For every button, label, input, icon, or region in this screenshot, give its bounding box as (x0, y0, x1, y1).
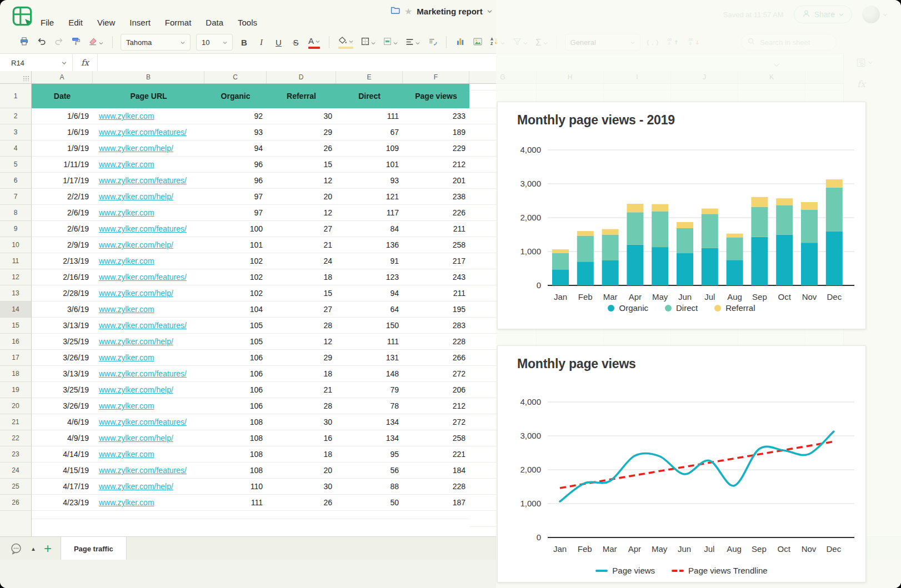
cell-d11[interactable]: 24 (267, 253, 336, 269)
cell-d14[interactable]: 27 (267, 301, 336, 317)
name-box[interactable]: R14 (0, 54, 72, 72)
cell-f20[interactable]: 212 (403, 398, 469, 414)
row-header-16[interactable]: 16 (0, 334, 32, 350)
cell-b2[interactable]: www.zylker.com (93, 108, 204, 124)
cell-a3[interactable]: 1/6/19 (32, 124, 93, 140)
cell-a8[interactable]: 2/6/19 (32, 205, 93, 220)
cell-a18[interactable]: 3/13/19 (32, 366, 93, 381)
add-sheet-button[interactable]: + (44, 542, 52, 555)
cell-b5[interactable]: www.zylker.com (93, 157, 204, 172)
cell-e9[interactable]: 84 (336, 221, 403, 237)
document-title[interactable]: Marketing report (417, 7, 482, 16)
page-url-link[interactable]: www.zylker.com/features/ (99, 128, 187, 137)
cell-c16[interactable]: 105 (204, 334, 267, 349)
column-header-i[interactable]: I (604, 71, 671, 83)
table-row[interactable]: 3/26/19www.zylker.com10629131266 (32, 350, 469, 366)
cell-f24[interactable]: 184 (403, 463, 469, 478)
column-header-b[interactable]: B (93, 71, 204, 83)
formula-panel-icon[interactable]: fx (857, 79, 865, 89)
align-icon[interactable] (402, 34, 423, 50)
filter-dropdown-icon[interactable] (523, 38, 528, 47)
table-row[interactable]: 3/25/19www.zylker.com/help/10512111228 (32, 334, 469, 350)
increase-decimal-icon[interactable]: .00.0 (663, 34, 683, 50)
cell-e23[interactable]: 95 (336, 446, 403, 462)
table-row[interactable]: 1/6/19www.zylker.com/features/932967189 (32, 124, 469, 140)
cell-f4[interactable]: 229 (403, 140, 469, 156)
cell-a10[interactable]: 2/9/19 (32, 237, 93, 253)
empty-grid-rows[interactable] (32, 511, 469, 536)
row-header-4[interactable]: 4 (0, 140, 32, 157)
eraser-dropdown-icon[interactable] (99, 38, 103, 47)
page-url-link[interactable]: www.zylker.com (99, 208, 154, 217)
cell-b21[interactable]: www.zylker.com/features/ (93, 414, 204, 430)
row-header-7[interactable]: 7 (0, 189, 32, 205)
cell-e15[interactable]: 150 (336, 318, 403, 333)
table-row[interactable]: 2/2/19www.zylker.com/help/9720121238 (32, 189, 469, 205)
cell-d10[interactable]: 21 (267, 237, 336, 253)
menu-tools[interactable]: Tools (231, 16, 264, 29)
decrease-decimal-icon[interactable]: .00.0 (684, 34, 704, 50)
row-header-2[interactable]: 2 (0, 108, 32, 124)
cell-d19[interactable]: 21 (267, 382, 336, 398)
column-header-d[interactable]: D (267, 71, 336, 83)
undo-icon[interactable] (33, 34, 49, 50)
cell-a16[interactable]: 3/25/19 (32, 334, 93, 349)
page-url-link[interactable]: www.zylker.com/features/ (99, 273, 187, 282)
row-header-3[interactable]: 3 (0, 124, 32, 140)
cell-d22[interactable]: 16 (267, 430, 336, 446)
avatar[interactable] (862, 6, 880, 23)
redo-icon[interactable] (51, 34, 67, 50)
cell-c12[interactable]: 102 (204, 269, 267, 285)
cell-d21[interactable]: 30 (267, 414, 336, 430)
cell-d13[interactable]: 15 (267, 285, 336, 301)
table-row[interactable]: 2/9/19www.zylker.com/help/10121136258 (32, 237, 469, 253)
page-url-link[interactable]: www.zylker.com/features/ (99, 418, 187, 426)
page-url-link[interactable]: www.zylker.com/help/ (99, 192, 173, 201)
cell-b9[interactable]: www.zylker.com/features/ (93, 221, 204, 237)
table-row[interactable]: 4/9/19www.zylker.com/help/10816134258 (32, 430, 469, 446)
cell-d9[interactable]: 27 (267, 221, 336, 237)
page-url-link[interactable]: www.zylker.com/help/ (99, 240, 173, 249)
font-color-dropdown-icon[interactable] (316, 36, 320, 46)
cell-f26[interactable]: 187 (403, 495, 469, 510)
cell-b4[interactable]: www.zylker.com/help/ (93, 140, 204, 156)
menu-file[interactable]: File (33, 16, 61, 29)
menu-format[interactable]: Format (158, 16, 199, 29)
cell-d6[interactable]: 12 (267, 173, 336, 188)
column-header-h[interactable]: H (537, 71, 604, 83)
cell-a26[interactable]: 4/23/19 (32, 495, 93, 510)
cell-f16[interactable]: 228 (403, 334, 469, 349)
cell-b16[interactable]: www.zylker.com/help/ (93, 334, 204, 349)
cell-d8[interactable]: 12 (267, 205, 336, 220)
cell-b19[interactable]: www.zylker.com/help/ (93, 382, 204, 398)
avatar-chevron-icon[interactable] (883, 12, 888, 17)
cell-d15[interactable]: 28 (267, 318, 336, 333)
cell-f2[interactable]: 233 (403, 108, 469, 124)
cell-f6[interactable]: 201 (403, 173, 469, 188)
row-header-20[interactable]: 20 (0, 398, 32, 414)
font-color-icon[interactable]: A (305, 34, 323, 50)
cell-f23[interactable]: 221 (403, 446, 469, 462)
sheet-list-icon[interactable]: ▲ (31, 546, 36, 552)
cell-b24[interactable]: www.zylker.com/features/ (93, 463, 204, 478)
cell-b8[interactable]: www.zylker.com (93, 205, 204, 220)
cell-c15[interactable]: 105 (204, 318, 267, 333)
cell-c8[interactable]: 97 (204, 205, 267, 220)
cell-e20[interactable]: 78 (336, 398, 403, 414)
column-header-c[interactable]: C (204, 71, 267, 83)
cell-e10[interactable]: 136 (336, 237, 403, 253)
cell-b18[interactable]: www.zylker.com/features/ (93, 366, 204, 381)
cell-e2[interactable]: 111 (336, 108, 403, 124)
table-row[interactable]: 4/15/19www.zylker.com/features/108205618… (32, 463, 469, 479)
page-url-link[interactable]: www.zylker.com (99, 160, 154, 169)
cell-d25[interactable]: 30 (267, 479, 336, 494)
strikethrough-icon[interactable]: S (288, 34, 304, 50)
cell-d4[interactable]: 26 (267, 140, 336, 156)
borders-dropdown-icon[interactable] (371, 38, 376, 47)
row-header-8[interactable]: 8 (0, 205, 32, 221)
cell-c21[interactable]: 108 (204, 414, 267, 430)
comments-icon[interactable] (9, 542, 23, 555)
cell-b11[interactable]: www.zylker.com (93, 253, 204, 269)
cell-b10[interactable]: www.zylker.com/help/ (93, 237, 204, 253)
cell-f21[interactable]: 272 (403, 414, 469, 430)
